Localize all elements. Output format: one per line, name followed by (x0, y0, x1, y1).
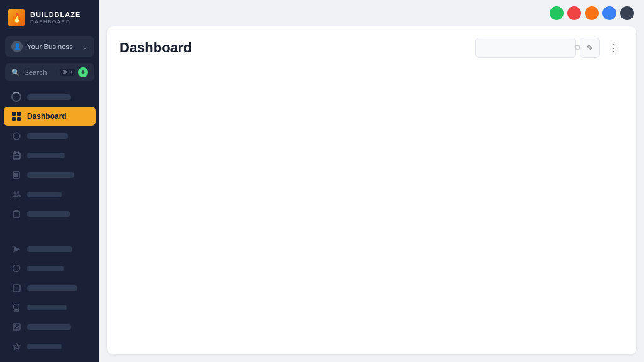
nav-top: Dashboard (0, 84, 99, 226)
sidebar-item-clipboard[interactable] (4, 204, 96, 223)
main-content: Dashboard ⧉ ✎ ⋮ (99, 0, 644, 362)
ellipsis-icon: ⋮ (609, 42, 619, 54)
svg-marker-27 (13, 343, 20, 350)
content-card: Dashboard ⧉ ✎ ⋮ (107, 26, 636, 354)
circle-green (550, 6, 564, 20)
sidebar-item-storage[interactable] (4, 278, 96, 297)
nav-bottom (0, 236, 99, 362)
sidebar-item-overview[interactable] (4, 87, 96, 106)
k-key: K (69, 69, 73, 75)
business-left: 👤 Your Business (11, 41, 73, 52)
circle-red (567, 6, 581, 20)
star-icon (11, 341, 21, 351)
search-icon: 🔍 (11, 69, 20, 77)
sidebar-item-images[interactable] (4, 317, 96, 336)
logo-icon: 🔥 (8, 9, 25, 26)
logo-text: BUILDBLAZE DASHBOARD (30, 11, 80, 25)
svg-point-13 (17, 191, 19, 194)
calendar-icon (11, 150, 21, 160)
svg-rect-1 (17, 112, 21, 116)
app-name: BUILDBLAZE (30, 11, 80, 19)
nav-item-skeleton (27, 153, 65, 158)
people-icon (11, 189, 21, 199)
sidebar-item-calendar[interactable] (4, 146, 96, 165)
dashboard-label: Dashboard (27, 112, 67, 121)
messages-icon (11, 131, 21, 141)
chevron-icon: ⌄ (82, 42, 88, 51)
svg-rect-2 (12, 117, 16, 121)
clipboard-icon (11, 209, 21, 219)
business-selector[interactable]: 👤 Your Business ⌄ (5, 36, 94, 57)
nav-item-skeleton (27, 266, 64, 272)
cmd-icon: ⌘ (62, 69, 68, 75)
nav-item-skeleton (27, 285, 77, 291)
business-name: Your Business (27, 43, 73, 50)
storage-icon (11, 283, 21, 293)
images-icon (11, 322, 21, 332)
add-button[interactable]: + (78, 67, 88, 77)
sidebar-item-favorites[interactable] (4, 337, 96, 356)
header-actions: ⧉ ✎ ⋮ (475, 38, 624, 58)
nav-item-skeleton (27, 172, 74, 178)
nav-item-skeleton (27, 211, 70, 217)
svg-point-12 (14, 192, 17, 195)
svg-rect-5 (13, 153, 20, 159)
sidebar-item-dashboard[interactable]: Dashboard (4, 107, 96, 126)
search-shortcut: ⌘ K (60, 69, 75, 76)
dashboard-content (119, 68, 624, 343)
awards-icon (11, 302, 21, 312)
copy-icon: ⧉ (575, 43, 581, 52)
dashboard-icon (11, 111, 21, 121)
app-subtitle: DASHBOARD (30, 19, 80, 25)
sidebar-item-analytics[interactable] (4, 259, 96, 278)
search-bar[interactable]: 🔍 Search ⌘ K + (5, 63, 94, 81)
business-avatar: 👤 (11, 41, 23, 52)
circle-blue (602, 6, 616, 20)
search-left: 🔍 Search (11, 69, 47, 77)
search-input[interactable] (481, 43, 575, 52)
sidebar-item-awards[interactable] (4, 298, 96, 317)
nav-item-skeleton (27, 94, 71, 100)
sidebar-item-trends[interactable] (4, 356, 96, 362)
sidebar-item-documents[interactable] (4, 165, 96, 184)
sidebar-item-messages[interactable] (4, 126, 96, 145)
documents-icon (11, 170, 21, 180)
nav-item-skeleton (27, 324, 71, 330)
svg-rect-0 (12, 112, 16, 116)
search-input-box[interactable]: ⧉ (475, 38, 576, 58)
sidebar-item-people[interactable] (4, 185, 96, 204)
nav-item-skeleton (27, 246, 72, 252)
more-options-button[interactable]: ⋮ (604, 38, 624, 58)
sidebar: 🔥 BUILDBLAZE DASHBOARD 👤 Your Business ⌄… (0, 0, 99, 362)
svg-rect-3 (17, 117, 21, 121)
search-label: Search (24, 69, 47, 76)
nav-item-skeleton (27, 344, 62, 349)
svg-point-26 (14, 325, 16, 326)
nav-item-skeleton (27, 305, 67, 310)
analytics-icon (11, 263, 21, 273)
search-right: ⌘ K + (60, 67, 88, 77)
logo-area: 🔥 BUILDBLAZE DASHBOARD (0, 0, 99, 33)
circle-dark (620, 6, 634, 20)
spinner-icon (11, 92, 21, 102)
nav-item-skeleton (27, 192, 62, 197)
svg-rect-9 (13, 172, 19, 178)
top-bar (540, 0, 644, 26)
nav-item-skeleton (27, 133, 68, 139)
circle-orange (585, 6, 599, 20)
edit-button[interactable]: ✎ (580, 38, 600, 58)
sidebar-item-send[interactable] (4, 239, 96, 258)
pencil-icon: ✎ (587, 43, 594, 53)
page-title: Dashboard (119, 40, 192, 56)
svg-point-21 (14, 304, 19, 310)
svg-point-4 (13, 133, 20, 140)
send-icon (11, 244, 21, 254)
card-header: Dashboard ⧉ ✎ ⋮ (119, 38, 624, 58)
